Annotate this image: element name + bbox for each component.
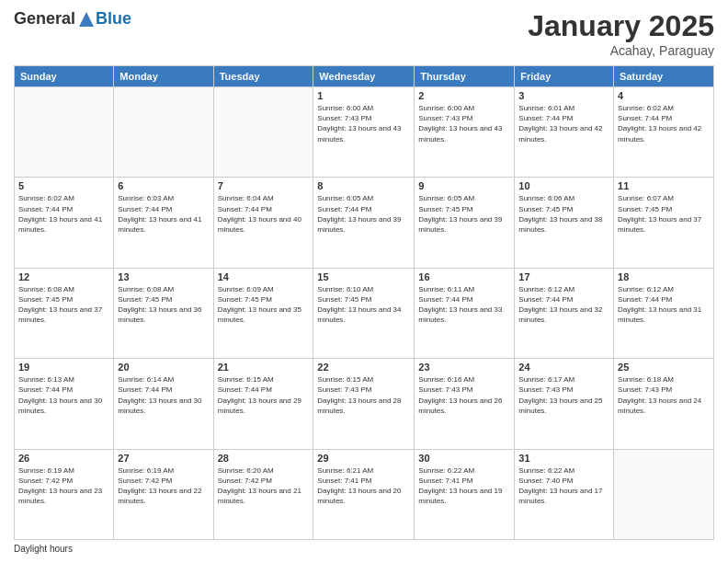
day-number: 14 (218, 271, 310, 282)
calendar-cell: 19Sunrise: 6:13 AMSunset: 7:44 PMDayligh… (15, 359, 114, 449)
day-number: 26 (18, 453, 109, 464)
calendar-cell: 4Sunrise: 6:02 AMSunset: 7:44 PMDaylight… (614, 87, 714, 178)
calendar-cell: 14Sunrise: 6:09 AMSunset: 7:45 PMDayligh… (213, 268, 313, 358)
calendar-cell: 6Sunrise: 6:03 AMSunset: 7:44 PMDaylight… (114, 178, 213, 268)
calendar-cell: 22Sunrise: 6:15 AMSunset: 7:43 PMDayligh… (313, 359, 415, 449)
day-number: 29 (317, 453, 410, 464)
day-info: Sunrise: 6:10 AMSunset: 7:45 PMDaylight:… (317, 284, 410, 326)
day-info: Sunrise: 6:00 AMSunset: 7:43 PMDaylight:… (317, 103, 410, 144)
day-info: Sunrise: 6:01 AMSunset: 7:44 PMDaylight:… (518, 103, 609, 144)
calendar-cell: 17Sunrise: 6:12 AMSunset: 7:44 PMDayligh… (515, 268, 614, 358)
calendar-cell: 9Sunrise: 6:05 AMSunset: 7:45 PMDaylight… (415, 178, 515, 268)
day-number: 22 (317, 362, 410, 373)
day-number: 17 (518, 271, 609, 282)
logo-general: General (14, 9, 75, 29)
calendar-day-header: Saturday (614, 66, 714, 87)
calendar-cell: 18Sunrise: 6:12 AMSunset: 7:44 PMDayligh… (614, 268, 714, 358)
calendar-day-header: Wednesday (313, 66, 415, 87)
day-info: Sunrise: 6:22 AMSunset: 7:41 PMDaylight:… (418, 465, 510, 507)
calendar-cell: 12Sunrise: 6:08 AMSunset: 7:45 PMDayligh… (15, 268, 114, 358)
day-info: Sunrise: 6:19 AMSunset: 7:42 PMDaylight:… (18, 465, 109, 507)
day-info: Sunrise: 6:05 AMSunset: 7:45 PMDaylight:… (418, 193, 510, 235)
calendar-cell: 15Sunrise: 6:10 AMSunset: 7:45 PMDayligh… (313, 268, 415, 358)
month-title: January 2025 (528, 9, 714, 43)
calendar-cell: 24Sunrise: 6:17 AMSunset: 7:43 PMDayligh… (515, 359, 614, 449)
calendar-cell (614, 449, 714, 539)
day-number: 9 (418, 180, 510, 191)
day-number: 8 (317, 180, 410, 191)
calendar-day-header: Tuesday (213, 66, 313, 87)
daylight-hours-label: Daylight hours (14, 544, 73, 554)
day-info: Sunrise: 6:02 AMSunset: 7:44 PMDaylight:… (18, 193, 109, 235)
day-number: 31 (518, 453, 609, 464)
calendar-cell (213, 87, 313, 178)
day-info: Sunrise: 6:19 AMSunset: 7:42 PMDaylight:… (118, 465, 209, 507)
calendar-week-row: 5Sunrise: 6:02 AMSunset: 7:44 PMDaylight… (15, 178, 714, 268)
day-number: 21 (218, 362, 310, 373)
calendar-cell: 26Sunrise: 6:19 AMSunset: 7:42 PMDayligh… (15, 449, 114, 539)
day-info: Sunrise: 6:14 AMSunset: 7:44 PMDaylight:… (118, 374, 209, 416)
day-info: Sunrise: 6:21 AMSunset: 7:41 PMDaylight:… (317, 465, 410, 507)
calendar-cell: 28Sunrise: 6:20 AMSunset: 7:42 PMDayligh… (213, 449, 313, 539)
calendar-cell: 21Sunrise: 6:15 AMSunset: 7:44 PMDayligh… (213, 359, 313, 449)
calendar-cell (15, 87, 114, 178)
day-number: 27 (118, 453, 209, 464)
logo-blue: Blue (96, 9, 131, 29)
day-number: 23 (418, 362, 510, 373)
day-number: 5 (18, 180, 109, 191)
day-number: 2 (418, 90, 510, 101)
day-info: Sunrise: 6:07 AMSunset: 7:45 PMDaylight:… (618, 193, 710, 235)
day-number: 20 (118, 362, 209, 373)
day-number: 30 (418, 453, 510, 464)
calendar-cell (114, 87, 213, 178)
day-info: Sunrise: 6:05 AMSunset: 7:44 PMDaylight:… (317, 193, 410, 235)
day-number: 6 (118, 180, 209, 191)
calendar-week-row: 26Sunrise: 6:19 AMSunset: 7:42 PMDayligh… (15, 449, 714, 539)
logo-icon (77, 10, 96, 29)
day-info: Sunrise: 6:06 AMSunset: 7:45 PMDaylight:… (518, 193, 609, 235)
day-info: Sunrise: 6:13 AMSunset: 7:44 PMDaylight:… (18, 374, 109, 416)
day-info: Sunrise: 6:11 AMSunset: 7:44 PMDaylight:… (418, 284, 510, 326)
header: General Blue January 2025 Acahay, Paragu… (14, 9, 714, 58)
calendar-cell: 1Sunrise: 6:00 AMSunset: 7:43 PMDaylight… (313, 87, 415, 178)
day-info: Sunrise: 6:15 AMSunset: 7:43 PMDaylight:… (317, 374, 410, 416)
day-number: 16 (418, 271, 510, 282)
day-number: 12 (18, 271, 109, 282)
day-number: 3 (518, 90, 609, 101)
day-info: Sunrise: 6:08 AMSunset: 7:45 PMDaylight:… (118, 284, 209, 326)
calendar-day-header: Monday (114, 66, 213, 87)
day-number: 13 (118, 271, 209, 282)
calendar-cell: 3Sunrise: 6:01 AMSunset: 7:44 PMDaylight… (515, 87, 614, 178)
day-info: Sunrise: 6:15 AMSunset: 7:44 PMDaylight:… (218, 374, 310, 416)
calendar-cell: 7Sunrise: 6:04 AMSunset: 7:44 PMDaylight… (213, 178, 313, 268)
footer: Daylight hours (14, 544, 714, 554)
day-number: 1 (317, 90, 410, 101)
day-number: 25 (618, 362, 710, 373)
calendar-week-row: 12Sunrise: 6:08 AMSunset: 7:45 PMDayligh… (15, 268, 714, 358)
calendar-cell: 23Sunrise: 6:16 AMSunset: 7:43 PMDayligh… (415, 359, 515, 449)
calendar-week-row: 1Sunrise: 6:00 AMSunset: 7:43 PMDaylight… (15, 87, 714, 178)
calendar-week-row: 19Sunrise: 6:13 AMSunset: 7:44 PMDayligh… (15, 359, 714, 449)
calendar-cell: 13Sunrise: 6:08 AMSunset: 7:45 PMDayligh… (114, 268, 213, 358)
calendar-header-row: SundayMondayTuesdayWednesdayThursdayFrid… (15, 66, 714, 87)
calendar-cell: 8Sunrise: 6:05 AMSunset: 7:44 PMDaylight… (313, 178, 415, 268)
calendar-cell: 30Sunrise: 6:22 AMSunset: 7:41 PMDayligh… (415, 449, 515, 539)
day-number: 4 (618, 90, 710, 101)
day-number: 28 (218, 453, 310, 464)
day-info: Sunrise: 6:17 AMSunset: 7:43 PMDaylight:… (518, 374, 609, 416)
day-info: Sunrise: 6:00 AMSunset: 7:43 PMDaylight:… (418, 103, 510, 144)
day-info: Sunrise: 6:18 AMSunset: 7:43 PMDaylight:… (618, 374, 710, 416)
calendar-cell: 16Sunrise: 6:11 AMSunset: 7:44 PMDayligh… (415, 268, 515, 358)
day-number: 15 (317, 271, 410, 282)
day-number: 24 (518, 362, 609, 373)
day-info: Sunrise: 6:12 AMSunset: 7:44 PMDaylight:… (618, 284, 710, 326)
day-info: Sunrise: 6:04 AMSunset: 7:44 PMDaylight:… (218, 193, 310, 235)
day-number: 10 (518, 180, 609, 191)
calendar-page: General Blue January 2025 Acahay, Paragu… (0, 0, 728, 563)
calendar-day-header: Thursday (415, 66, 515, 87)
svg-marker-0 (79, 12, 94, 27)
calendar-day-header: Friday (515, 66, 614, 87)
day-info: Sunrise: 6:03 AMSunset: 7:44 PMDaylight:… (118, 193, 209, 235)
calendar-cell: 11Sunrise: 6:07 AMSunset: 7:45 PMDayligh… (614, 178, 714, 268)
day-info: Sunrise: 6:16 AMSunset: 7:43 PMDaylight:… (418, 374, 510, 416)
